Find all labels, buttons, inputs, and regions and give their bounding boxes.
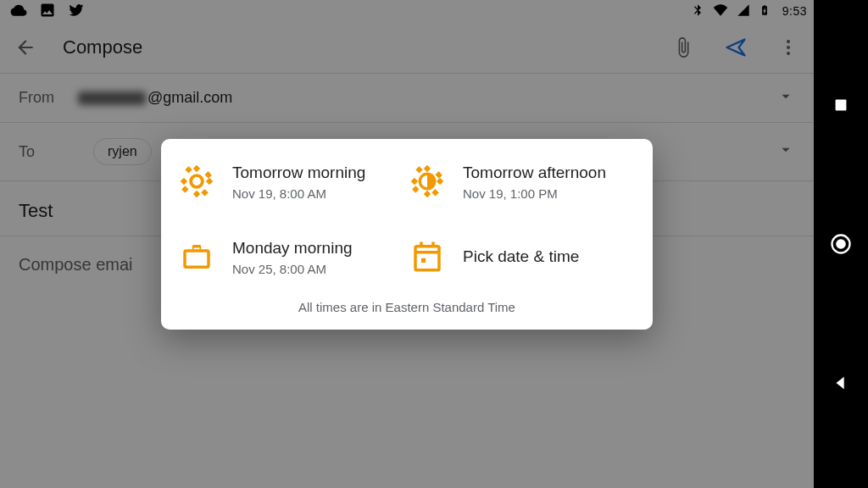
option-title: Pick date & time bbox=[463, 247, 579, 267]
schedule-send-dialog: Tomorrow morning Nov 19, 8:00 AM Tomorro… bbox=[161, 139, 653, 330]
briefcase-icon bbox=[178, 238, 215, 275]
option-subtitle: Nov 19, 8:00 AM bbox=[232, 186, 365, 201]
option-tomorrow-afternoon[interactable]: Tomorrow afternoon Nov 19, 1:00 PM bbox=[409, 163, 636, 201]
sun-icon bbox=[178, 163, 215, 200]
option-monday-morning[interactable]: Monday morning Nov 25, 8:00 AM bbox=[178, 238, 405, 276]
option-title: Tomorrow morning bbox=[232, 163, 365, 183]
option-subtitle: Nov 19, 1:00 PM bbox=[463, 186, 606, 201]
option-pick-date-time[interactable]: Pick date & time bbox=[409, 238, 636, 276]
svg-rect-4 bbox=[836, 100, 847, 111]
option-title: Monday morning bbox=[232, 238, 353, 258]
half-sun-icon bbox=[409, 163, 446, 200]
option-tomorrow-morning[interactable]: Tomorrow morning Nov 19, 8:00 AM bbox=[178, 163, 405, 201]
dialog-timezone-note: All times are in Eastern Standard Time bbox=[178, 300, 636, 314]
svg-point-6 bbox=[836, 239, 846, 249]
system-nav-bar bbox=[814, 0, 868, 488]
nav-recents-button[interactable] bbox=[829, 93, 853, 117]
option-title: Tomorrow afternoon bbox=[463, 163, 606, 183]
nav-home-button[interactable] bbox=[829, 232, 853, 256]
app-surface: 9:53 Compose From @gmail.com To ryj bbox=[0, 0, 814, 488]
calendar-icon bbox=[409, 238, 446, 275]
nav-back-button[interactable] bbox=[829, 371, 853, 395]
option-subtitle: Nov 25, 8:00 AM bbox=[232, 262, 353, 276]
